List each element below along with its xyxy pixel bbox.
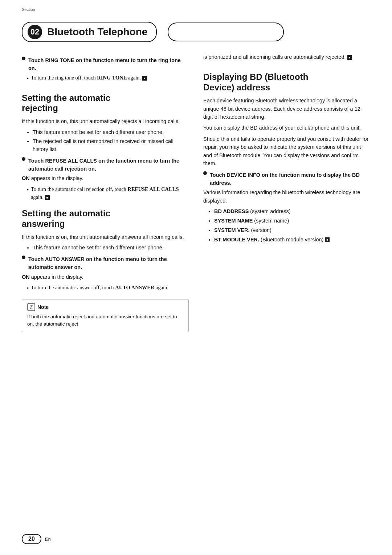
bullet-circle-icon bbox=[22, 57, 25, 60]
list-item: The rejected call is not memorized in re… bbox=[33, 138, 189, 154]
list-item: This feature cannot be set for each diff… bbox=[33, 128, 189, 136]
answering-section: Setting the automatic answering If this … bbox=[22, 208, 189, 292]
bd-info-list: BD ADDRESS (system address) SYSTEM NAME … bbox=[207, 208, 370, 244]
list-item: SYSTEM VER. (version) bbox=[214, 227, 370, 234]
section-title: Bluetooth Telephone bbox=[47, 26, 147, 38]
bd-address-section: Displaying BD (Bluetooth Device) address… bbox=[203, 72, 370, 244]
section-number: 02 bbox=[28, 25, 42, 39]
section-label: Section bbox=[22, 7, 35, 12]
ring-tone-sub: ▪ To turn the ring tone off, touch RING … bbox=[27, 74, 189, 82]
on-label: ON bbox=[22, 274, 30, 280]
note-label: Note bbox=[37, 304, 49, 310]
bd-body1: Each device featuring Bluetooth wireless… bbox=[203, 97, 370, 121]
answering-on-text: ON appears in the display. bbox=[22, 273, 189, 281]
ring-tone-text: Touch RING TONE on the function menu to … bbox=[28, 57, 189, 73]
note-text: If both the automatic reject and automat… bbox=[27, 313, 183, 328]
intro-block: Touch RING TONE on the function menu to … bbox=[22, 57, 189, 82]
rejecting-section: Setting the automatic rejecting If this … bbox=[22, 93, 189, 201]
answering-bullet-list: This feature cannot be set for each diff… bbox=[25, 244, 189, 252]
answering-body: If this function is on, this unit automa… bbox=[22, 233, 189, 241]
answering-sub-bullet: ▪ To turn the automatic answer off, touc… bbox=[27, 284, 189, 292]
device-info-instruction: Touch DEVICE INFO on the function menu t… bbox=[203, 171, 370, 187]
header-right-box bbox=[168, 23, 284, 41]
bd-instruction-desc: Various information regarding the blueto… bbox=[203, 188, 370, 205]
refuse-calls-text: Touch REFUSE ALL CALLS on the function m… bbox=[28, 157, 189, 173]
bd-heading: Displaying BD (Bluetooth Device) address bbox=[203, 72, 370, 93]
svg-text:Z: Z bbox=[30, 305, 33, 310]
left-column: Touch RING TONE on the function menu to … bbox=[22, 53, 189, 332]
bd-body3: Should this unit fails to operate proper… bbox=[203, 135, 370, 168]
auto-answer-text: Touch AUTO ANSWER on the function menu t… bbox=[28, 256, 189, 272]
ring-tone-instruction: Touch RING TONE on the function menu to … bbox=[22, 57, 189, 73]
content-area: Touch RING TONE on the function menu to … bbox=[22, 53, 370, 332]
page-number: 20 bbox=[22, 534, 41, 544]
note-box: Z Note If both the automatic reject and … bbox=[22, 299, 189, 332]
page-footer: 20 En bbox=[22, 534, 51, 544]
stop-icon: ■ bbox=[142, 76, 147, 81]
answering-sub-text: To turn the automatic answer off, touch … bbox=[31, 284, 168, 292]
section-badge: 02 Bluetooth Telephone bbox=[22, 22, 157, 42]
right-intro-text: is prioritized and all incoming calls ar… bbox=[203, 53, 370, 61]
list-item: SYSTEM NAME (system name) bbox=[214, 217, 370, 225]
rejecting-sub-text: To turn the automatic call rejection off… bbox=[31, 185, 189, 201]
rejecting-on-text: ON appears in the display. bbox=[22, 174, 189, 182]
list-item: BD ADDRESS (system address) bbox=[214, 208, 370, 216]
auto-answer-instruction: Touch AUTO ANSWER on the function menu t… bbox=[22, 256, 189, 272]
sub-bullet-marker: ▪ bbox=[27, 186, 29, 193]
right-column: is prioritized and all incoming calls ar… bbox=[203, 53, 370, 332]
stop-icon: ■ bbox=[347, 55, 352, 60]
page: Section 02 Bluetooth Telephone Touch RIN… bbox=[0, 0, 392, 555]
bullet-circle-icon bbox=[22, 256, 25, 259]
bullet-circle-icon bbox=[203, 171, 207, 175]
list-item: BT MODULE VER. (Bluetooth module version… bbox=[214, 236, 370, 244]
rejecting-bullet-list: This feature cannot be set for each diff… bbox=[25, 128, 189, 154]
answering-heading: Setting the automatic answering bbox=[22, 208, 189, 229]
note-header: Z Note bbox=[27, 303, 183, 311]
sub-bullet-marker: ▪ bbox=[27, 74, 29, 82]
header: 02 Bluetooth Telephone bbox=[22, 15, 370, 42]
ring-tone-sub-text: To turn the ring tone off, touch RING TO… bbox=[31, 74, 147, 82]
stop-icon: ■ bbox=[45, 195, 50, 200]
rejecting-sub-bullet: ▪ To turn the automatic call rejection o… bbox=[27, 185, 189, 201]
on-label: ON bbox=[22, 175, 30, 181]
rejecting-heading: Setting the automatic rejecting bbox=[22, 93, 189, 114]
refuse-calls-instruction: Touch REFUSE ALL CALLS on the function m… bbox=[22, 157, 189, 173]
stop-icon: ■ bbox=[325, 237, 330, 242]
ring-tone-bold: Touch RING TONE on the function menu to … bbox=[28, 57, 181, 71]
device-info-text: Touch DEVICE INFO on the function menu t… bbox=[210, 171, 370, 187]
list-item: This feature cannot be set for each diff… bbox=[33, 244, 189, 252]
bd-body2: You can display the BD address of your c… bbox=[203, 124, 370, 132]
lang-label: En bbox=[45, 536, 51, 542]
note-icon: Z bbox=[27, 303, 35, 311]
sub-bullet-marker: ▪ bbox=[27, 284, 29, 292]
bullet-circle-icon bbox=[22, 157, 25, 161]
rejecting-body: If this function is on, this unit automa… bbox=[22, 117, 189, 125]
